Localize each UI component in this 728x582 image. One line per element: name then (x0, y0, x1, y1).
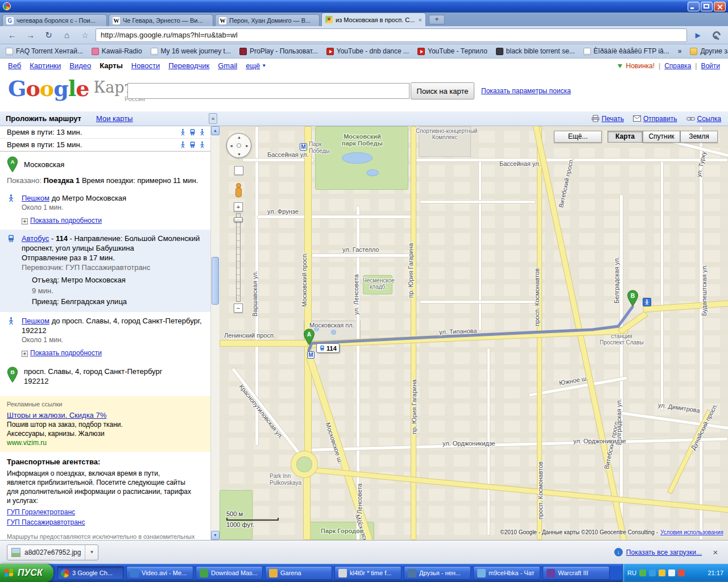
scrollbar-thumb[interactable] (212, 257, 219, 305)
wrench-menu-icon[interactable] (709, 28, 723, 42)
taskbar-item-chrome-group[interactable]: 3 Google Ch... (57, 566, 124, 580)
new-badge[interactable]: Новинка! (626, 62, 655, 70)
show-details-toggle[interactable]: +Показать подробности (22, 216, 204, 226)
bookmark-item[interactable]: Kawaii-Radio (92, 47, 142, 55)
tray-icon[interactable] (659, 569, 665, 576)
tray-icon[interactable] (668, 569, 675, 576)
route-option-2[interactable]: Время в пути: 15 мин. (0, 139, 210, 151)
bookmark-star-icon[interactable]: ☆ (77, 28, 93, 42)
print-link[interactable]: Печать (592, 115, 624, 123)
nav-video[interactable]: Видео (69, 61, 91, 70)
ad-title-link[interactable]: Шторы и жалюзи. Скидка 7% (7, 411, 106, 419)
maximize-button[interactable] (701, 2, 713, 11)
collapse-panel-button[interactable]: « (209, 113, 217, 124)
nav-images[interactable]: Картинки (30, 61, 61, 70)
pan-down-icon[interactable]: ▼ (237, 152, 241, 156)
close-shelf-icon[interactable]: × (710, 547, 721, 557)
window-titlebar[interactable] (0, 0, 728, 13)
bus-stop-badge[interactable]: 114 (316, 343, 340, 353)
link-link[interactable]: Ссылка (686, 115, 721, 123)
language-indicator[interactable]: RU (627, 569, 636, 576)
taskbar-item-garena[interactable]: Garena (265, 566, 332, 580)
zoom-slider-track[interactable] (236, 213, 241, 302)
nav-gmail[interactable]: Gmail (218, 61, 237, 70)
sidebar-scrollbar[interactable]: ▲ ▼ (210, 126, 220, 540)
zoom-out-button[interactable]: − (234, 304, 243, 313)
download-dropdown-icon[interactable]: ▼ (85, 545, 94, 560)
back-button[interactable]: ← (5, 28, 20, 42)
map-canvas[interactable]: Бассейная ул. Бассейная ул. ул. Фрунзе у… (220, 126, 728, 540)
go-button[interactable]: ▶ (690, 28, 706, 42)
more-layers-button[interactable]: Ещё... (554, 131, 602, 143)
destination-row[interactable]: B просп. Славы, 4, город Санкт-Петербург… (0, 362, 210, 390)
bookmark-item[interactable]: YouTube - dnb dance ... (326, 47, 409, 55)
terms-link[interactable]: Условия использования (660, 529, 723, 535)
taskbar-item-video[interactable]: Video.avi - Me... (126, 566, 193, 580)
pan-control[interactable]: ▲ ▼ ◄ ► (226, 133, 251, 158)
taskbar-item-kl4t0r[interactable]: kl4t0r * time f... (334, 566, 402, 580)
bus-mode-link[interactable]: Автобус (22, 234, 49, 243)
pan-right-icon[interactable]: ► (245, 144, 249, 148)
start-button[interactable]: ПУСК (0, 564, 53, 582)
map-search-input[interactable] (127, 83, 410, 99)
bookmark-item[interactable]: YouTube - Терпило (417, 47, 487, 55)
map-marker-a[interactable]: A (303, 329, 315, 346)
map-view-button[interactable]: Карта (607, 131, 643, 143)
help-link[interactable]: Справка (664, 62, 691, 70)
taskbar-item-friends[interactable]: Друзья - нен... (404, 566, 471, 580)
taskbar-item-warcraft[interactable]: Warcraft III (543, 566, 610, 580)
tab-close-icon[interactable]: × (419, 16, 422, 23)
address-bar[interactable]: http://maps.google.ru/maps?hl=ru&tab=wl (96, 28, 687, 42)
bookmark-item[interactable]: My 16 week journey t... (151, 47, 231, 55)
taskbar-item-chat[interactable]: m9ceHbka - Чат (473, 566, 540, 580)
reload-button[interactable]: ↻ (41, 28, 56, 42)
tray-icon[interactable] (649, 569, 656, 576)
pegman-icon[interactable] (234, 183, 243, 198)
pan-center-icon[interactable] (237, 143, 241, 148)
agency-link-gorelektrotrans[interactable]: ГУП Горэлектротранс (7, 508, 75, 516)
origin-row[interactable]: A Московская (0, 152, 210, 175)
tab-wikipedia-guevara[interactable]: W Че Гевара, Эрнесто — Ви... (109, 14, 213, 26)
map-marker-b[interactable]: B (627, 290, 639, 307)
agency-link-passazhiravtotrans[interactable]: ГУП Пассажиравтотранс (7, 518, 85, 526)
search-map-button[interactable]: Поиск на карте (411, 82, 474, 99)
tab-google-maps-active[interactable]: из Московская в просп. С... × (321, 13, 426, 26)
bookmark-item[interactable]: Èîðäàíè êàáåëü FTP iâ... (584, 47, 669, 55)
send-link[interactable]: Отправить (633, 115, 677, 123)
earth-view-button[interactable]: Земля (680, 131, 718, 143)
show-details-toggle[interactable]: +Показать подробности (22, 348, 204, 358)
scroll-down-icon[interactable]: ▼ (211, 531, 220, 540)
scroll-up-icon[interactable]: ▲ (211, 126, 220, 135)
bookmark-item[interactable]: black bible torrent se... (496, 47, 575, 55)
zoom-slider-handle[interactable] (234, 217, 243, 222)
nav-web[interactable]: Веб (8, 61, 21, 70)
walk-mode-link[interactable]: Пешком (22, 194, 49, 202)
tab-google-search[interactable]: G чегевара боролся с - Пои... (2, 14, 107, 26)
home-button[interactable]: ⌂ (59, 28, 75, 42)
bookmarks-overflow-chevron[interactable]: » (678, 47, 682, 55)
satellite-view-button[interactable]: Спутник (643, 131, 680, 143)
nav-translate[interactable]: Переводчик (168, 61, 209, 70)
tab-wikipedia-peron[interactable]: W Перон, Хуан Доминго — В... (215, 14, 320, 26)
nav-news[interactable]: Новости (131, 61, 160, 70)
bookmark-item[interactable]: ProPlay - Пользоват... (239, 47, 318, 55)
nav-more-dropdown[interactable]: ещё ▼ (246, 61, 266, 70)
forward-button[interactable]: → (23, 28, 38, 42)
tray-icon[interactable] (678, 569, 685, 576)
route-option-1[interactable]: Время в пути: 13 мин. (0, 126, 210, 139)
bookmark-item[interactable]: FAQ Torrent Хентай... (6, 47, 83, 55)
new-tab-button[interactable]: + (429, 15, 445, 24)
other-bookmarks-button[interactable]: Другие закладки (690, 47, 728, 55)
tab-my-maps[interactable]: Мои карты (96, 114, 133, 123)
taskbar-item-download-master[interactable]: Download Mas... (196, 566, 263, 580)
search-options-link[interactable]: Показать параметры поиска (481, 87, 571, 95)
signin-link[interactable]: Войти (701, 62, 720, 70)
pan-left-icon[interactable]: ◄ (229, 144, 233, 148)
tab-directions[interactable]: Проложить маршрут (6, 114, 81, 123)
walk-mode-link[interactable]: Пешком (22, 317, 49, 325)
show-all-downloads-link[interactable]: ↓ Показать все загрузки... (614, 548, 702, 556)
zoom-in-button[interactable]: + (234, 202, 243, 211)
tray-icon[interactable] (639, 569, 646, 576)
minimize-button[interactable] (688, 2, 700, 11)
pan-up-icon[interactable]: ▲ (237, 135, 241, 139)
